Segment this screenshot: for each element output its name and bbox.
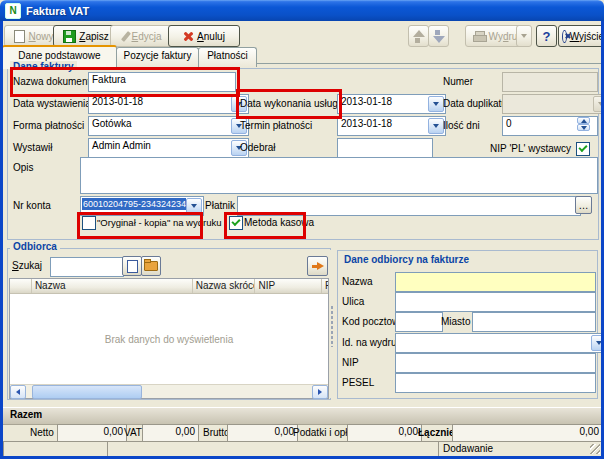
new-document-icon bbox=[14, 30, 25, 43]
exit-button[interactable]: Wyjście bbox=[558, 25, 604, 47]
window-border-left bbox=[0, 21, 3, 459]
account-selected-value: 60010204795-2343242342 bbox=[82, 198, 186, 210]
exit-icon bbox=[562, 30, 567, 43]
help-icon: ? bbox=[543, 29, 551, 44]
service-date-combo[interactable]: 2013-01-18 bbox=[337, 94, 446, 114]
spin-up-icon[interactable] bbox=[577, 117, 590, 124]
splitter-grip-icon bbox=[330, 305, 335, 347]
save-icon bbox=[63, 30, 76, 43]
column-header-pesel[interactable]: PESEL bbox=[322, 279, 328, 293]
issue-date-label: Data wystawienia bbox=[13, 98, 91, 109]
nip-pl-label: NIP 'PL' wystawcy bbox=[443, 143, 571, 154]
description-textarea[interactable] bbox=[80, 157, 598, 194]
recipient-group-title: Odbiorca bbox=[10, 241, 60, 252]
chevron-down-icon bbox=[433, 124, 439, 128]
number-input bbox=[502, 72, 598, 92]
received-by-label: Odebrał bbox=[240, 142, 276, 153]
new-recipient-button[interactable] bbox=[122, 256, 142, 276]
city-input[interactable] bbox=[472, 312, 596, 332]
tab-pozycje-faktury[interactable]: Pozycje faktury bbox=[116, 47, 199, 67]
move-down-button[interactable] bbox=[428, 25, 449, 47]
print-dropdown-button[interactable] bbox=[516, 25, 532, 47]
total-label: Łącznie bbox=[418, 427, 455, 438]
arrow-down-icon bbox=[433, 30, 444, 43]
duplicate-date-label: Data duplikatu bbox=[443, 98, 507, 109]
horizontal-scrollbar[interactable] bbox=[10, 384, 328, 398]
chevron-down-icon bbox=[433, 102, 439, 106]
payment-term-combo[interactable]: 2013-01-18 bbox=[337, 116, 446, 136]
tab-platnosci[interactable]: Płatności bbox=[198, 47, 257, 67]
move-up-button[interactable] bbox=[408, 25, 429, 47]
new-button-label: Nowy bbox=[28, 31, 53, 42]
scroll-left-button[interactable] bbox=[10, 385, 26, 399]
edit-button[interactable]: Edycja bbox=[110, 25, 176, 47]
header-indicator-cell bbox=[10, 279, 32, 293]
edit-icon bbox=[121, 31, 131, 42]
issuer-combo[interactable]: Admin Admin bbox=[88, 138, 249, 158]
annotation-service-date bbox=[236, 89, 342, 119]
cancel-icon bbox=[183, 31, 194, 42]
annotation-cash-method bbox=[224, 212, 306, 239]
days-spinner[interactable] bbox=[577, 117, 590, 131]
issuer-label: Wystawił bbox=[13, 142, 52, 153]
panel-splitter[interactable] bbox=[329, 250, 336, 398]
column-header-nazwa-skrocona[interactable]: Nazwa skrócona bbox=[193, 279, 256, 293]
gross-label: Brutto bbox=[203, 427, 230, 438]
recipient-list: Nazwa Nazwa skrócona NIP PESEL Brak dany… bbox=[9, 278, 329, 399]
pesel-label: PESEL bbox=[342, 377, 374, 388]
column-header-nazwa[interactable]: Nazwa bbox=[32, 279, 193, 293]
recipient-name-input[interactable] bbox=[395, 272, 596, 292]
check-icon bbox=[578, 143, 587, 152]
search-label: Szukaj bbox=[12, 260, 42, 271]
column-header-nip[interactable]: NIP bbox=[255, 279, 322, 293]
help-button[interactable]: ? bbox=[536, 25, 557, 47]
issue-date-combo[interactable]: 2013-01-18 bbox=[88, 94, 249, 114]
chevron-down-icon bbox=[191, 204, 197, 208]
print-id-combo[interactable] bbox=[395, 333, 604, 353]
edit-button-label: Edycja bbox=[131, 31, 161, 42]
resize-grip-icon bbox=[590, 444, 600, 454]
payment-term-dropdown[interactable] bbox=[428, 118, 444, 134]
payment-form-combo[interactable]: Gotówka bbox=[88, 116, 249, 136]
days-label: Ilość dni bbox=[443, 120, 480, 131]
invoice-window: N Faktura VAT Nowy Zapisz Edycja Anuluj … bbox=[0, 0, 604, 459]
street-input[interactable] bbox=[395, 292, 596, 312]
scroll-left-icon bbox=[16, 389, 20, 395]
scroll-right-icon bbox=[318, 389, 322, 395]
spin-down-icon[interactable] bbox=[577, 124, 590, 131]
cancel-button[interactable]: Anuluj bbox=[168, 25, 240, 47]
app-icon: N bbox=[5, 3, 21, 19]
empty-list-message: Brak danych do wyświetlenia bbox=[10, 334, 328, 345]
recipient-list-header: Nazwa Nazwa skrócona NIP PESEL bbox=[10, 279, 328, 294]
right-arrow-icon bbox=[312, 262, 324, 271]
postal-code-input[interactable] bbox=[395, 312, 443, 332]
exit-button-label: Wyjście bbox=[570, 31, 604, 42]
apply-recipient-button[interactable] bbox=[307, 256, 328, 276]
payment-term-label: Termin płatności bbox=[240, 120, 312, 131]
totals-bar: Razem bbox=[2, 407, 604, 425]
printer-icon bbox=[473, 31, 486, 41]
vat-label: VAT bbox=[124, 427, 142, 438]
window-title: Faktura VAT bbox=[26, 5, 89, 17]
arrow-up-icon bbox=[413, 30, 424, 43]
pesel-input[interactable] bbox=[395, 373, 596, 393]
scrollbar-thumb[interactable] bbox=[32, 385, 142, 399]
annotation-doc-name bbox=[10, 67, 240, 97]
payment-form-label: Forma płatności bbox=[13, 120, 84, 131]
open-recipient-button[interactable] bbox=[141, 256, 161, 276]
payer-browse-button[interactable]: … bbox=[575, 196, 592, 214]
recipient-name-label: Nazwa bbox=[342, 276, 373, 287]
search-input[interactable] bbox=[50, 257, 124, 277]
nip-input[interactable] bbox=[395, 353, 596, 373]
new-document-icon bbox=[127, 260, 138, 273]
service-date-dropdown[interactable] bbox=[428, 96, 444, 112]
print-id-label: Id. na wydruk bbox=[342, 337, 401, 348]
received-by-input[interactable] bbox=[337, 138, 433, 158]
nip-pl-checkbox[interactable] bbox=[576, 142, 590, 156]
city-label: Miasto bbox=[441, 316, 470, 327]
net-label: Netto bbox=[30, 427, 54, 438]
nip-label: NIP bbox=[342, 357, 359, 368]
cancel-button-label: Anuluj bbox=[197, 31, 225, 42]
recipient-details-title: Dane odbiorcy na fakturze bbox=[341, 254, 472, 265]
scroll-right-button[interactable] bbox=[312, 385, 328, 399]
